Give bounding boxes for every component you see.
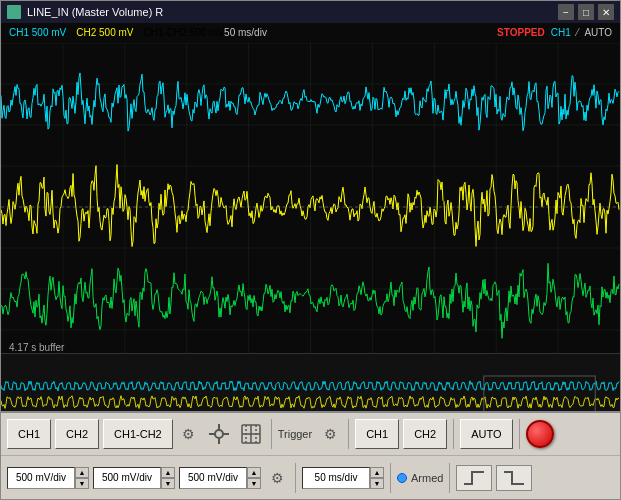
ch1ch2-button[interactable]: CH1-CH2 [103, 419, 173, 449]
armed-label: Armed [411, 472, 443, 484]
trigger-settings-icon[interactable]: ⚙ [318, 422, 342, 446]
ch2-voltdiv-input[interactable] [93, 467, 161, 489]
oscilloscope-display: CH1 500 mV CH2 500 mV CH1-CH2 500 mV 50 … [1, 23, 620, 411]
separator-1 [271, 419, 272, 449]
stopped-status: STOPPED [497, 27, 545, 38]
title-bar: LINE_IN (Master Volume) R − □ ✕ [1, 1, 620, 23]
ch1-voltdiv-down[interactable]: ▼ [75, 478, 89, 489]
ch2-voltdiv-down[interactable]: ▼ [161, 478, 175, 489]
timescale-label: 50 ms/div [224, 27, 267, 38]
minimap-canvas [1, 374, 620, 411]
ch1ch2-voltdiv-up[interactable]: ▲ [247, 467, 261, 478]
ch1ch2-voltdiv-spinbtns: ▲ ▼ [247, 467, 261, 489]
armed-dot-icon [397, 473, 407, 483]
separator-2 [348, 419, 349, 449]
settings-icon[interactable]: ⚙ [177, 422, 201, 446]
separator-6 [390, 463, 391, 493]
timediv-input[interactable] [302, 467, 370, 489]
minimap-area [1, 353, 620, 411]
ch1-voltdiv-spinbtns: ▲ ▼ [75, 467, 89, 489]
ch1-button[interactable]: CH1 [7, 419, 51, 449]
window-title: LINE_IN (Master Volume) R [27, 6, 558, 18]
status-area: STOPPED CH1 ∕ AUTO [497, 27, 612, 38]
controls-row-2: ▲ ▼ ▲ ▼ ▲ ▼ ⚙ [1, 456, 620, 499]
cursor-icon[interactable] [237, 420, 265, 448]
timediv-up[interactable]: ▲ [370, 467, 384, 478]
window-controls: − □ ✕ [558, 4, 614, 20]
record-button[interactable] [526, 420, 554, 448]
ch-settings-icon[interactable]: ⚙ [265, 466, 289, 490]
ch1-voltdiv-up[interactable]: ▲ [75, 467, 89, 478]
ch1ch2-voltage-label: CH1-CH2 500 mV [144, 27, 225, 38]
app-icon [7, 5, 21, 19]
ch1-trigger-button[interactable]: CH1 [355, 419, 399, 449]
close-button[interactable]: ✕ [598, 4, 614, 20]
ch1-trigger-status: CH1 [551, 27, 571, 38]
auto-button[interactable]: AUTO [460, 419, 512, 449]
trigger-label: Trigger [278, 428, 312, 440]
ch1ch2-voltdiv-down[interactable]: ▼ [247, 478, 261, 489]
timediv-down[interactable]: ▼ [370, 478, 384, 489]
waveform-canvas [1, 43, 620, 371]
auto-trigger-status: AUTO [584, 27, 612, 38]
ch2-trigger-button[interactable]: CH2 [403, 419, 447, 449]
separator-7 [449, 463, 450, 493]
timediv-control: ▲ ▼ [302, 467, 384, 489]
separator-3 [453, 419, 454, 449]
ch1-voltdiv-input[interactable] [7, 467, 75, 489]
ch2-voltdiv-spinbtns: ▲ ▼ [161, 467, 175, 489]
controls-row-1: CH1 CH2 CH1-CH2 ⚙ [1, 413, 620, 456]
ch1ch2-voltdiv-input[interactable] [179, 467, 247, 489]
falling-edge-button[interactable] [496, 465, 532, 491]
separator-4 [519, 419, 520, 449]
maximize-button[interactable]: □ [578, 4, 594, 20]
buffer-label: 4.17 s buffer [9, 342, 64, 353]
separator-5 [295, 463, 296, 493]
ch1-voltdiv-control: ▲ ▼ [7, 467, 89, 489]
ch2-voltdiv-control: ▲ ▼ [93, 467, 175, 489]
main-window: LINE_IN (Master Volume) R − □ ✕ CH1 500 … [0, 0, 621, 500]
ch1-voltage-label: CH1 500 mV [9, 27, 66, 38]
timediv-spinbtns: ▲ ▼ [370, 467, 384, 489]
rising-edge-button[interactable] [456, 465, 492, 491]
ch2-button[interactable]: CH2 [55, 419, 99, 449]
slash-separator: ∕ [577, 27, 579, 38]
minimize-button[interactable]: − [558, 4, 574, 20]
ch2-voltage-label: CH2 500 mV [76, 27, 133, 38]
ch2-voltdiv-up[interactable]: ▲ [161, 467, 175, 478]
bottom-controls: CH1 CH2 CH1-CH2 ⚙ [1, 411, 620, 499]
ch1ch2-voltdiv-control: ▲ ▼ [179, 467, 261, 489]
armed-indicator: Armed [397, 472, 443, 484]
crosshair-icon[interactable] [205, 420, 233, 448]
scope-header: CH1 500 mV CH2 500 mV CH1-CH2 500 mV 50 … [9, 27, 612, 38]
svg-point-0 [215, 430, 223, 438]
